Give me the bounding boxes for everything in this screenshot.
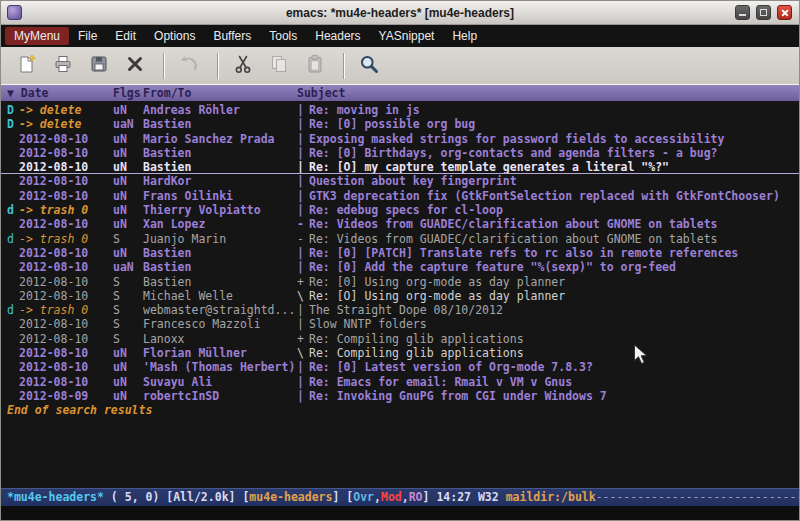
save-button[interactable] — [83, 51, 115, 81]
close-button[interactable] — [777, 5, 792, 20]
modeline-dashes: -------------------------------------- — [596, 490, 799, 504]
modeline-plain: ] — [423, 490, 437, 504]
message-flags: S — [113, 275, 143, 289]
message-date: 2012-08-10 — [19, 289, 113, 303]
message-row[interactable]: 2012-08-10uNXan Lopez-Re: Videos from GU… — [1, 217, 799, 231]
message-flags: S — [113, 289, 143, 303]
emacs-window: emacs: *mu4e-headers* [mu4e-headers] MyM… — [0, 0, 800, 521]
modeline-ro: RO — [409, 490, 423, 504]
modeline-plain: ( 5, 0) — [104, 490, 166, 504]
message-row[interactable]: 2012-08-10SLanoxx+Re: Compiling glib app… — [1, 332, 799, 346]
message-from: Bastien — [143, 117, 297, 131]
message-row[interactable]: 2012-08-10uNFlorian Müllner\Re: Compilin… — [1, 346, 799, 360]
cut-button[interactable] — [227, 51, 259, 81]
message-flags: uN — [113, 375, 143, 389]
print-button[interactable] — [47, 51, 79, 81]
maximize-button[interactable] — [756, 5, 771, 20]
mark-prefix — [7, 174, 19, 188]
echo-area[interactable] — [1, 506, 799, 520]
message-row[interactable]: 2012-08-10uNBastien|Re: [O] my capture t… — [1, 160, 799, 174]
message-row[interactable]: 2012-08-10uaNBastien|Re: [0] Add the cap… — [1, 260, 799, 274]
title-bar[interactable]: emacs: *mu4e-headers* [mu4e-headers] — [1, 1, 799, 25]
menu-item-edit[interactable]: Edit — [106, 27, 145, 45]
message-row[interactable]: d-> trash 0SJuanjo Marin-Re: Videos from… — [1, 232, 799, 246]
thread-indicator: | — [297, 389, 309, 403]
message-row[interactable]: 2012-08-10uNMario Sanchez Prada|Exposing… — [1, 132, 799, 146]
message-flags: uN — [113, 189, 143, 203]
modeline-plain: , — [402, 490, 409, 504]
mark-prefix: d — [7, 303, 19, 317]
menu-item-mymenu[interactable]: MyMenu — [5, 27, 69, 45]
message-from: Michael Welle — [143, 289, 297, 303]
new-file-button[interactable] — [11, 51, 43, 81]
menu-item-headers[interactable]: Headers — [306, 27, 369, 45]
print-icon — [53, 54, 73, 78]
minimize-button[interactable] — [735, 5, 750, 20]
message-row[interactable]: 2012-08-10uNSuvayu Ali|Re: Emacs for ema… — [1, 375, 799, 389]
column-header-subject[interactable]: Subject — [297, 85, 799, 101]
column-header-date[interactable]: ▼ Date — [7, 85, 113, 101]
message-from: Florian Müllner — [143, 346, 297, 360]
message-flags: uaN — [113, 260, 143, 274]
mark-prefix — [7, 189, 19, 203]
mark-prefix — [7, 146, 19, 160]
message-flags: S — [113, 332, 143, 346]
message-row[interactable]: 2012-08-09uNrobertcInSD|Re: Invoking Gnu… — [1, 389, 799, 403]
message-row[interactable]: 2012-08-10SFrancesco Mazzoli|Slow NNTP f… — [1, 317, 799, 331]
menu-item-tools[interactable]: Tools — [260, 27, 306, 45]
close-icon — [125, 54, 145, 78]
mark-prefix — [7, 289, 19, 303]
message-row[interactable]: 2012-08-10uNBastien|Re: [0] [PATCH] Tran… — [1, 246, 799, 260]
message-date: 2012-08-10 — [19, 332, 113, 346]
menu-item-buffers[interactable]: Buffers — [204, 27, 260, 45]
message-row[interactable]: 2012-08-10uN'Mash (Thomas Herbert)|Re: [… — [1, 360, 799, 374]
message-from: webmaster@straightd... — [143, 303, 297, 317]
column-header-from[interactable]: From/To — [143, 85, 297, 101]
message-row[interactable]: D-> deleteuNAndreas Röhler|Re: moving in… — [1, 103, 799, 117]
message-subject: Re: [0] Add the capture feature "%(sexp)… — [309, 260, 799, 274]
menu-item-yasnippet[interactable]: YASnippet — [370, 27, 444, 45]
close-button[interactable] — [119, 51, 151, 81]
message-subject: Re: Videos from GUADEC/clarification abo… — [309, 232, 799, 246]
thread-indicator: | — [297, 203, 309, 217]
modeline-mod: Mod — [381, 490, 402, 504]
message-row[interactable]: D-> deleteuaNBastien|Re: [0] possible or… — [1, 117, 799, 131]
modeline-plain: ] — [332, 490, 346, 504]
message-from: HardKor — [143, 174, 297, 188]
column-header-flags[interactable]: Flgs — [113, 85, 143, 101]
menu-item-help[interactable]: Help — [443, 27, 486, 45]
message-flags: uN — [113, 360, 143, 374]
message-row[interactable]: d-> trash 0uNThierry Volpiatto|Re: edebu… — [1, 203, 799, 217]
thread-indicator: | — [297, 160, 309, 173]
header-line: ▼ Date Flgs From/To Subject — [1, 85, 799, 101]
message-flags: uN — [113, 346, 143, 360]
thread-indicator: | — [297, 189, 309, 203]
message-row[interactable]: 2012-08-10uNFrans Oilinki|GTK3 deprecati… — [1, 189, 799, 203]
message-subject: Re: [O] Using org-mode as day planner — [309, 289, 799, 303]
message-row[interactable]: 2012-08-10uNHardKor|Question about key f… — [1, 174, 799, 188]
message-subject: Re: Compiling glib applications — [309, 332, 799, 346]
mark-prefix: D — [7, 103, 19, 117]
search-button[interactable] — [353, 51, 385, 81]
message-row[interactable]: 2012-08-10SMichael Welle\Re: [O] Using o… — [1, 289, 799, 303]
message-from: Bastien — [143, 246, 297, 260]
message-from: Juanjo Marin — [143, 232, 297, 246]
message-date: -> trash 0 — [19, 232, 113, 246]
message-row[interactable]: d-> trash 0Swebmaster@straightd...|The S… — [1, 303, 799, 317]
message-from: Bastien — [143, 275, 297, 289]
mark-prefix — [7, 375, 19, 389]
menu-item-file[interactable]: File — [69, 27, 106, 45]
message-flags: uN — [113, 203, 143, 217]
message-from: Suvayu Ali — [143, 375, 297, 389]
buffer-area: ▼ Date Flgs From/To Subject D-> deleteuN… — [1, 85, 799, 488]
message-flags: uN — [113, 389, 143, 403]
thread-indicator: | — [297, 146, 309, 160]
message-row[interactable]: 2012-08-10uNBastien|Re: [0] Birthdays, o… — [1, 146, 799, 160]
modeline-ovr: Ovr — [353, 490, 374, 504]
message-row[interactable]: 2012-08-10SBastien+Re: [0] Using org-mod… — [1, 275, 799, 289]
message-date: 2012-08-10 — [19, 260, 113, 274]
message-date: 2012-08-10 — [19, 317, 113, 331]
menu-item-options[interactable]: Options — [145, 27, 204, 45]
mark-prefix: d — [7, 232, 19, 246]
message-subject: Re: Videos from GUADEC/clarification abo… — [309, 217, 799, 231]
